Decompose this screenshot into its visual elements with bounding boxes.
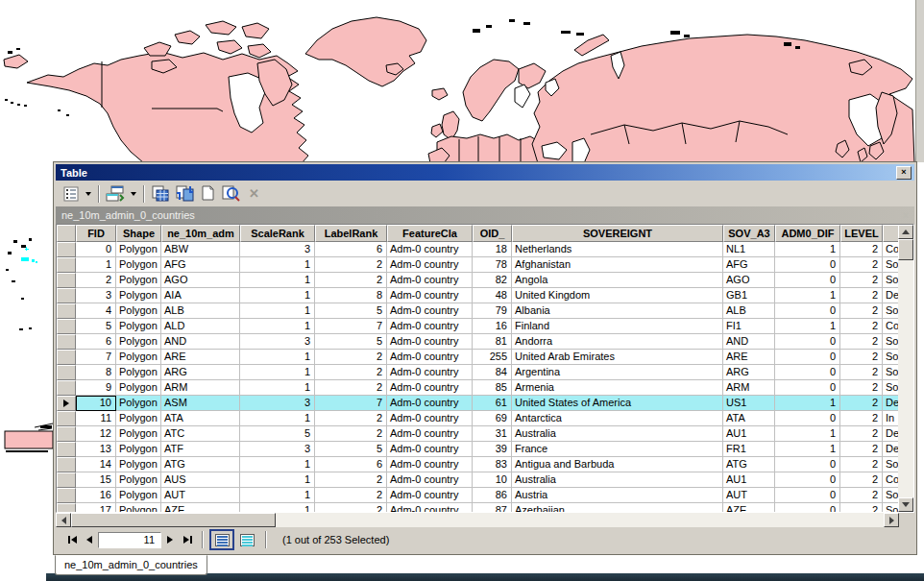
cell[interactable]: 2: [840, 457, 883, 472]
cell[interactable]: 2: [315, 350, 387, 365]
cell[interactable]: France: [512, 442, 723, 457]
column-header-ne_10m_adm[interactable]: ne_10m_adm: [161, 225, 240, 242]
cell[interactable]: 0: [775, 273, 840, 288]
column-header-FID[interactable]: FID: [76, 225, 116, 242]
cell[interactable]: AND: [161, 334, 240, 350]
cell[interactable]: ATC: [161, 426, 240, 442]
row-header[interactable]: [57, 334, 76, 350]
cell[interactable]: Antarctica: [512, 411, 723, 426]
row-header[interactable]: [57, 503, 76, 512]
column-header-OID_[interactable]: OID_: [473, 225, 512, 242]
cell[interactable]: 11: [76, 411, 116, 426]
cell[interactable]: 8: [76, 365, 116, 380]
last-record-button[interactable]: [179, 531, 196, 548]
cell[interactable]: 15: [76, 472, 116, 488]
cell[interactable]: United States of America: [512, 396, 723, 411]
cell[interactable]: 85: [473, 380, 512, 396]
next-record-button[interactable]: [161, 531, 179, 548]
cell[interactable]: Angola: [512, 273, 723, 288]
cell[interactable]: 2: [840, 396, 883, 411]
close-icon[interactable]: ×: [896, 166, 912, 180]
cell[interactable]: ARG: [161, 365, 240, 380]
cell[interactable]: AGO: [723, 273, 775, 288]
cell[interactable]: 1: [240, 319, 315, 334]
cell[interactable]: So: [883, 365, 898, 380]
cell[interactable]: ATA: [723, 411, 775, 426]
cell[interactable]: So: [883, 488, 898, 503]
cell[interactable]: So: [883, 457, 898, 472]
cell[interactable]: 2: [840, 273, 883, 288]
cell[interactable]: 2: [840, 472, 883, 488]
row-header[interactable]: [57, 319, 76, 334]
scroll-left-button[interactable]: [56, 513, 71, 527]
cell[interactable]: Polygon: [116, 488, 161, 503]
cell[interactable]: 1: [240, 457, 315, 472]
row-header[interactable]: [57, 380, 76, 396]
row-header[interactable]: [57, 303, 76, 319]
previous-record-button[interactable]: [81, 531, 98, 548]
horizontal-scroll-track[interactable]: [71, 513, 884, 527]
cell[interactable]: So: [883, 257, 898, 273]
cell[interactable]: 78: [473, 257, 512, 273]
cell[interactable]: Co: [883, 319, 898, 334]
row-header[interactable]: [57, 273, 76, 288]
cell[interactable]: 5: [315, 442, 387, 457]
cell[interactable]: 12: [76, 426, 116, 442]
table-window-titlebar[interactable]: Table ×: [56, 164, 914, 181]
column-header-LabelRank[interactable]: LabelRank: [315, 225, 387, 242]
cell[interactable]: 48: [473, 288, 512, 303]
cell[interactable]: 69: [473, 411, 512, 426]
cell[interactable]: Polygon: [116, 411, 161, 426]
cell[interactable]: AIA: [161, 288, 240, 303]
cell[interactable]: 61: [473, 396, 512, 411]
cell[interactable]: ATG: [161, 457, 240, 472]
cell[interactable]: ABW: [161, 242, 240, 257]
cell[interactable]: 10: [76, 396, 116, 411]
cell[interactable]: Adm-0 country: [387, 411, 473, 426]
cell[interactable]: Adm-0 country: [387, 442, 473, 457]
cell[interactable]: 0: [775, 365, 840, 380]
cell[interactable]: Adm-0 country: [387, 380, 473, 396]
switch-selection-button[interactable]: [173, 183, 197, 205]
cell[interactable]: 2: [315, 426, 387, 442]
cell[interactable]: Polygon: [116, 503, 161, 512]
cell[interactable]: 1: [76, 257, 116, 273]
column-header-partial[interactable]: [883, 225, 898, 242]
cell[interactable]: 2: [840, 334, 883, 350]
cell[interactable]: AFG: [161, 257, 240, 273]
cell[interactable]: 0: [775, 457, 840, 472]
cell[interactable]: 2: [840, 257, 883, 273]
cell[interactable]: Polygon: [116, 303, 161, 319]
cell[interactable]: 14: [76, 457, 116, 472]
cell[interactable]: So: [883, 503, 898, 512]
cell[interactable]: Polygon: [116, 380, 161, 396]
cell[interactable]: 3: [240, 242, 315, 257]
row-header[interactable]: [57, 365, 76, 380]
cell[interactable]: 3: [240, 334, 315, 350]
cell[interactable]: 0: [775, 380, 840, 396]
row-header[interactable]: [57, 288, 76, 303]
cell[interactable]: Polygon: [116, 350, 161, 365]
cell[interactable]: 1: [240, 350, 315, 365]
cell[interactable]: 16: [76, 488, 116, 503]
row-header[interactable]: [57, 472, 76, 488]
cell[interactable]: 2: [840, 303, 883, 319]
cell[interactable]: 7: [315, 396, 387, 411]
cell[interactable]: 0: [775, 257, 840, 273]
vertical-scrollbar[interactable]: [898, 225, 913, 512]
cell[interactable]: AND: [723, 334, 775, 350]
cell[interactable]: NL1: [723, 242, 775, 257]
first-record-button[interactable]: [63, 531, 81, 548]
cell[interactable]: Polygon: [116, 288, 161, 303]
cell[interactable]: 1: [775, 242, 840, 257]
cell[interactable]: 1: [240, 365, 315, 380]
cell[interactable]: 1: [240, 472, 315, 488]
cell[interactable]: 1: [240, 503, 315, 512]
cell[interactable]: AGO: [161, 273, 240, 288]
cell[interactable]: 83: [473, 457, 512, 472]
column-header-ScaleRank[interactable]: ScaleRank: [240, 225, 315, 242]
vertical-scroll-thumb[interactable]: [898, 239, 913, 260]
row-header[interactable]: [57, 350, 76, 365]
cell[interactable]: Armenia: [512, 380, 723, 396]
cell[interactable]: 2: [840, 380, 883, 396]
